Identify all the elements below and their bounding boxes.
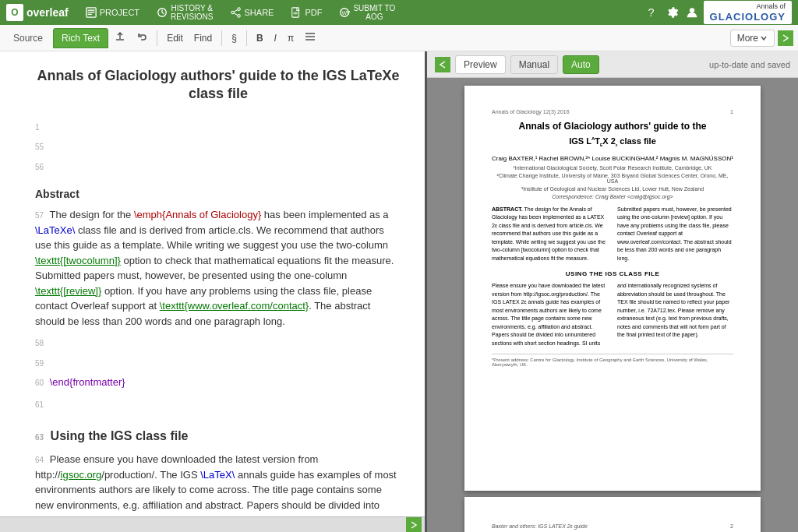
preview-scroll[interactable]: Annals of Glaciology 12(3) 2016 1 Annals…: [427, 78, 798, 532]
top-navigation: O overleaf PROJECT HISTORY &REVISIONS SH…: [0, 0, 798, 25]
section-symbol-button[interactable]: §: [227, 30, 242, 46]
overleaf-logo[interactable]: O overleaf: [6, 4, 69, 21]
pdf-body-text: Please ensure you have downloaded the la…: [492, 282, 733, 347]
pdf-authors: Craig BAXTER,¹ Rachel BROWN,²* Louise BU…: [492, 155, 733, 162]
undo-button[interactable]: [132, 29, 152, 47]
nav-right-icons: ?: [644, 5, 699, 19]
line-num-55: 55: [35, 143, 44, 151]
svg-text:WWW: WWW: [342, 10, 351, 16]
pdf-icon: [291, 7, 302, 18]
edit-button[interactable]: Edit: [162, 30, 188, 46]
upload-button[interactable]: [110, 29, 130, 47]
latex-link-igsoc: igsoc.org: [61, 469, 102, 481]
line-num-59: 59: [35, 359, 44, 368]
line-num-56: 56: [35, 163, 44, 171]
line-num-58: 58: [35, 339, 44, 347]
project-icon: [86, 7, 97, 18]
svg-text:?: ?: [648, 6, 654, 19]
help-icon[interactable]: ?: [644, 5, 659, 19]
manual-tab[interactable]: Manual: [510, 55, 558, 74]
svg-line-9: [234, 13, 237, 16]
preview-pane: Preview Manual Auto up-to-date and saved…: [427, 51, 798, 532]
editor-arrow-right[interactable]: [406, 517, 422, 533]
pdf-page-2: Baxter and others: IGS LATEX 2ε guide 2: [464, 497, 761, 532]
expand-arrow[interactable]: [778, 30, 793, 46]
pdf-footnote: *Present address: Centre for Glaciology,…: [492, 354, 733, 367]
pdf-journal-header: Annals of Glaciology 12(3) 2016: [492, 109, 570, 115]
italic-button[interactable]: I: [270, 30, 281, 46]
pdf-page2-num: 2: [730, 523, 733, 529]
settings-icon[interactable]: [665, 5, 679, 19]
toolbar-separator-1: [157, 30, 157, 46]
pdf-affil3: ³Institute of Geological and Nuclear Sci…: [492, 186, 733, 192]
abstract-heading: Abstract: [35, 186, 401, 203]
editor-bottom-arrows: [0, 516, 425, 532]
editor-toolbar: Source Rich Text Edit Find § B I π More: [0, 25, 798, 51]
source-tab[interactable]: Source: [5, 28, 51, 48]
pdf-title-line2: IGS LATEX 2ε class file: [492, 136, 733, 147]
svg-point-6: [237, 15, 240, 18]
submit-button[interactable]: WWW SUBMIT TOAOG: [333, 1, 401, 24]
latex-twocolumn: \texttt{[twocolumn]}: [35, 255, 121, 266]
latex-cmd-latex: \LaTeX\: [200, 469, 235, 481]
line-num-64: 64: [35, 456, 44, 464]
journal-title: GLACIOLOGY: [710, 11, 786, 23]
svg-point-7: [231, 11, 234, 14]
undo-icon: [136, 31, 147, 42]
abstract-line-57: 57 The design for the \emph{Annals of Gl…: [35, 207, 401, 329]
upload-icon: [115, 31, 125, 42]
right-arrow-icon-2: [409, 520, 418, 530]
history-icon: [157, 7, 168, 18]
pdf-page2-footer: Baxter and others: IGS LATEX 2ε guide 2: [492, 520, 733, 529]
preview-button[interactable]: Preview: [455, 55, 506, 74]
journal-subtitle: Annals of: [710, 2, 786, 11]
latex-contact: \texttt{www.overleaf.com/contact}: [160, 300, 309, 312]
project-button[interactable]: PROJECT: [79, 4, 146, 21]
toolbar-separator-3: [246, 30, 247, 46]
line-num-57: 57: [35, 211, 44, 220]
pdf-page-1: Annals of Glaciology 12(3) 2016 1 Annals…: [464, 86, 761, 491]
svg-point-5: [237, 8, 240, 11]
pdf-page-num: 1: [730, 109, 733, 115]
editor-content: Annals of Glaciology authors' guide to t…: [35, 67, 401, 516]
list-button[interactable]: [300, 29, 320, 47]
pdf-abstract: ABSTRACT. The design for the Annals of G…: [492, 206, 733, 263]
right-arrow-icon: [781, 33, 790, 43]
pdf-affil2: ²Climate Change Institute, University of…: [492, 173, 733, 184]
find-button[interactable]: Find: [189, 30, 217, 46]
editor-pane: Annals of Glaciology authors' guide to t…: [0, 51, 427, 532]
left-arrow-icon: [438, 60, 447, 69]
svg-line-8: [234, 10, 237, 12]
share-button[interactable]: SHARE: [224, 4, 281, 21]
preview-toolbar: Preview Manual Auto up-to-date and saved: [427, 51, 798, 78]
more-button[interactable]: More: [730, 30, 775, 47]
richtext-tab[interactable]: Rich Text: [53, 28, 108, 48]
toolbar-separator-2: [221, 30, 222, 46]
main-area: Annals of Glaciology authors' guide to t…: [0, 51, 798, 532]
user-icon[interactable]: [685, 5, 699, 19]
latex-review: \texttt{[review]}: [35, 285, 101, 297]
preview-arrow-left[interactable]: [435, 57, 450, 72]
pdf-button[interactable]: PDF: [284, 4, 328, 21]
svg-rect-1: [87, 10, 94, 11]
auto-tab[interactable]: Auto: [563, 55, 599, 74]
svg-point-16: [689, 8, 694, 12]
history-button[interactable]: HISTORY &REVISIONS: [150, 1, 219, 24]
list-icon: [305, 31, 316, 42]
pi-button[interactable]: π: [283, 30, 298, 46]
overleaf-logo-text: overleaf: [26, 6, 69, 19]
pdf-page-header: Annals of Glaciology 12(3) 2016 1: [492, 109, 733, 115]
document-title: Annals of Glaciology authors' guide to t…: [35, 67, 401, 104]
share-icon: [231, 7, 242, 18]
section2-title: 63 Using the IGS class file: [35, 427, 401, 446]
latex-end-frontmatter: \end{frontmatter}: [50, 376, 125, 388]
bold-button[interactable]: B: [252, 30, 268, 46]
end-frontmatter-line: 60 \end{frontmatter}: [35, 375, 401, 390]
submit-icon: WWW: [339, 7, 350, 18]
pdf-page2-footer-text: Baxter and others: IGS LATEX 2ε guide: [492, 523, 588, 529]
latex-cmd-latexe: \LaTeXe\: [35, 224, 75, 236]
saved-status: up-to-date and saved: [709, 60, 790, 69]
editor-scroll[interactable]: Annals of Glaciology authors' guide to t…: [0, 51, 425, 516]
line-num-1: 1: [35, 123, 40, 132]
pdf-affil1: ¹International Glaciological Society, Sc…: [492, 165, 733, 171]
